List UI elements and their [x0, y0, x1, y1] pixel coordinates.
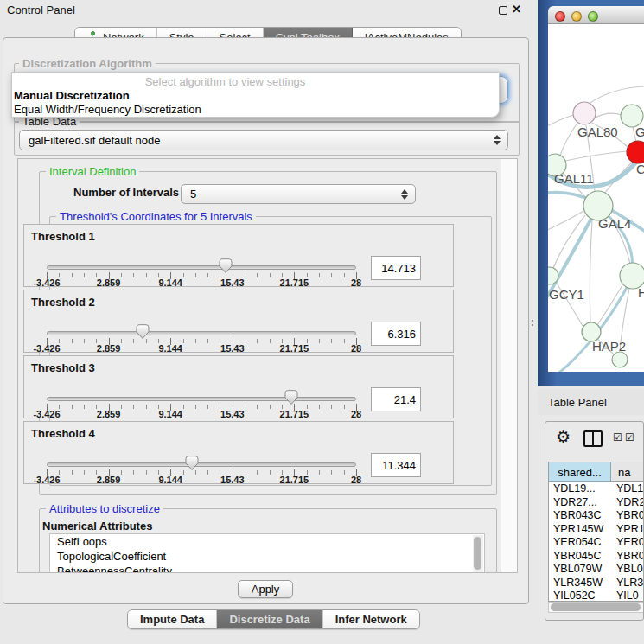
- numerical-attributes-list[interactable]: SelfLoopsTopologicalCoefficientBetweenne…: [49, 533, 485, 573]
- node-gal80[interactable]: [573, 102, 596, 124]
- attribute-list-item[interactable]: SelfLoops: [50, 534, 484, 549]
- cell-shared-name[interactable]: YER054C: [549, 536, 611, 550]
- threshold-1-slider-track[interactable]: [47, 265, 356, 270]
- algorithm-dropdown-popup: Select algorithm to view settings Manual…: [11, 72, 500, 118]
- threshold-3-slider-thumb[interactable]: [284, 390, 298, 405]
- table-row[interactable]: YPR145WYPR1: [549, 523, 644, 537]
- attributes-list-scrollbar[interactable]: [473, 535, 483, 573]
- cell-shared-name[interactable]: YIL052C: [549, 590, 611, 602]
- threshold-1-value-field[interactable]: 14.713: [371, 256, 421, 280]
- table-row[interactable]: YLR345WYLR3: [549, 577, 644, 590]
- network-view-window: GAL80 GA C GAL11 GAL4 GCY1 H HAP2: [538, 0, 644, 386]
- scrollpane-vertical-scrollbar[interactable]: [501, 159, 518, 572]
- table-row[interactable]: YBR045CYBR0: [549, 550, 644, 564]
- control-panel-titlebar: Control Panel ✕: [0, 0, 538, 19]
- minimize-window-icon[interactable]: [571, 11, 582, 22]
- cell-name[interactable]: YBR0: [611, 550, 644, 564]
- threshold-4-panel: Threshold 4 -3.4262.8599.14415.4321.7152…: [23, 421, 454, 484]
- float-panel-icon[interactable]: [499, 6, 507, 15]
- node-attribute-table: shared... na YDL19...YDL1YDR27...YDR2YBR…: [548, 462, 644, 602]
- cell-name[interactable]: YPR1: [611, 523, 644, 537]
- node-bottom-clipped[interactable]: [612, 352, 628, 367]
- tab-discretize-data[interactable]: Discretize Data: [217, 610, 322, 628]
- threshold-4-value-field[interactable]: 11.344: [371, 453, 421, 477]
- checkbox-icon-2[interactable]: ☑: [625, 431, 634, 443]
- slider-tick-labels: -3.4262.8599.14415.4321.71528: [47, 343, 356, 354]
- threshold-2-value-field[interactable]: 6.316: [371, 322, 421, 346]
- tab-impute-data[interactable]: Impute Data: [128, 610, 217, 628]
- table-settings-gear-icon[interactable]: ⚙: [556, 427, 571, 447]
- scrollbar-thumb[interactable]: [551, 603, 641, 611]
- threshold-2-slider-track[interactable]: [47, 331, 356, 335]
- number-of-intervals-value: 5: [182, 188, 398, 201]
- column-header-shared-name[interactable]: shared...: [549, 462, 611, 482]
- threshold-4-label: Threshold 4: [31, 427, 95, 440]
- cell-shared-name[interactable]: YPR145W: [549, 523, 611, 537]
- node-label-gal11: GAL11: [554, 171, 594, 186]
- threshold-1-label: Threshold 1: [31, 230, 95, 243]
- settings-scrollpane: Interval Definition Number of Intervals …: [17, 158, 518, 573]
- discretization-algorithm-group-label: Discretization Algorithm: [19, 57, 156, 70]
- tab-infer-network[interactable]: Infer Network: [323, 610, 419, 628]
- network-canvas[interactable]: GAL80 GA C GAL11 GAL4 GCY1 H HAP2: [548, 24, 644, 372]
- cell-name[interactable]: YIL0: [611, 590, 644, 602]
- node-selected-red[interactable]: [627, 141, 644, 163]
- numerical-attributes-label: Numerical Attributes: [42, 520, 152, 532]
- cell-shared-name[interactable]: YBL079W: [549, 563, 611, 577]
- cell-name[interactable]: YDL1: [611, 482, 644, 496]
- table-row[interactable]: YDL19...YDL1: [549, 482, 644, 496]
- cell-name[interactable]: YLR3: [611, 577, 644, 590]
- cell-shared-name[interactable]: YBR045C: [549, 550, 611, 564]
- cell-shared-name[interactable]: YBR043C: [549, 509, 611, 523]
- apply-button[interactable]: Apply: [238, 580, 293, 598]
- table-horizontal-scrollbar[interactable]: [548, 602, 644, 613]
- zoom-window-icon[interactable]: [588, 11, 598, 22]
- cell-name[interactable]: YER0: [611, 536, 644, 550]
- table-row[interactable]: YBL079WYBL0: [549, 563, 644, 577]
- attribute-list-item[interactable]: BetweennessCentrality: [50, 564, 484, 573]
- threshold-1-slider-thumb[interactable]: [219, 258, 233, 274]
- algorithm-option-manual[interactable]: Manual Discretization: [14, 89, 130, 102]
- table-row[interactable]: YIL052CYIL0: [549, 590, 644, 602]
- threshold-3-panel: Threshold 3 -3.4262.8599.14415.4321.7152…: [23, 355, 454, 418]
- threshold-3-value-field[interactable]: 21.4: [371, 387, 421, 411]
- tab-discretize-data-label: Discretize Data: [229, 613, 309, 626]
- cell-name[interactable]: YBL0: [611, 563, 644, 577]
- interval-definition-group-label: Interval Definition: [46, 165, 139, 178]
- cell-name[interactable]: YDR2: [611, 496, 644, 510]
- table-row[interactable]: YER054CYER0: [549, 536, 644, 550]
- algorithm-option-equal-width[interactable]: Equal Width/Frequency Discretization: [14, 103, 201, 116]
- threshold-3-slider-track[interactable]: [47, 397, 356, 401]
- network-graph: GAL80 GA C GAL11 GAL4 GCY1 H HAP2: [548, 24, 644, 372]
- slider-tick-labels: -3.4262.8599.14415.4321.71528: [47, 475, 356, 485]
- column-layout-icon[interactable]: [583, 430, 603, 447]
- cell-shared-name[interactable]: YLR345W: [549, 577, 611, 590]
- network-window-titlebar[interactable]: [548, 6, 644, 24]
- algorithm-placeholder-option[interactable]: Select algorithm to view settings: [12, 75, 438, 88]
- table-data-selected-value: galFiltered.sif default node: [20, 134, 490, 147]
- control-panel-title: Control Panel: [7, 3, 75, 16]
- threshold-4-slider-track[interactable]: [47, 462, 356, 467]
- cell-shared-name[interactable]: YDR27...: [549, 496, 611, 510]
- number-of-intervals-combobox[interactable]: 5: [181, 184, 416, 204]
- panel-divider-grip[interactable]: [531, 319, 535, 327]
- table-row[interactable]: YDR27...YDR2: [549, 496, 644, 510]
- table-row[interactable]: YBR043CYBR0: [549, 509, 644, 523]
- threshold-4-slider-thumb[interactable]: [185, 456, 199, 471]
- threshold-2-slider-thumb[interactable]: [136, 324, 150, 340]
- bottom-tab-bar: Impute Data Discretize Data Infer Networ…: [127, 609, 420, 629]
- checkbox-icon-1[interactable]: ☑: [613, 431, 622, 443]
- close-window-icon[interactable]: [555, 11, 565, 22]
- cell-shared-name[interactable]: YDL19...: [549, 482, 611, 496]
- column-header-name[interactable]: na: [611, 462, 644, 482]
- node-label-gal4: GAL4: [598, 216, 631, 231]
- close-panel-icon[interactable]: ✕: [512, 3, 521, 16]
- threshold-2-panel: Threshold 2 -3.4262.8599.14415.4321.7152…: [23, 290, 454, 353]
- attribute-list-item[interactable]: TopologicalCoefficient: [50, 549, 484, 564]
- threshold-3-label: Threshold 3: [31, 361, 95, 374]
- cell-name[interactable]: YBR0: [611, 509, 644, 523]
- table-data-combobox[interactable]: galFiltered.sif default node: [19, 130, 508, 150]
- thresholds-group-label: Threshold's Coordinates for 5 Intervals: [56, 210, 256, 223]
- node-label-gal80: GAL80: [577, 124, 618, 139]
- table-header-row: shared... na: [549, 462, 644, 482]
